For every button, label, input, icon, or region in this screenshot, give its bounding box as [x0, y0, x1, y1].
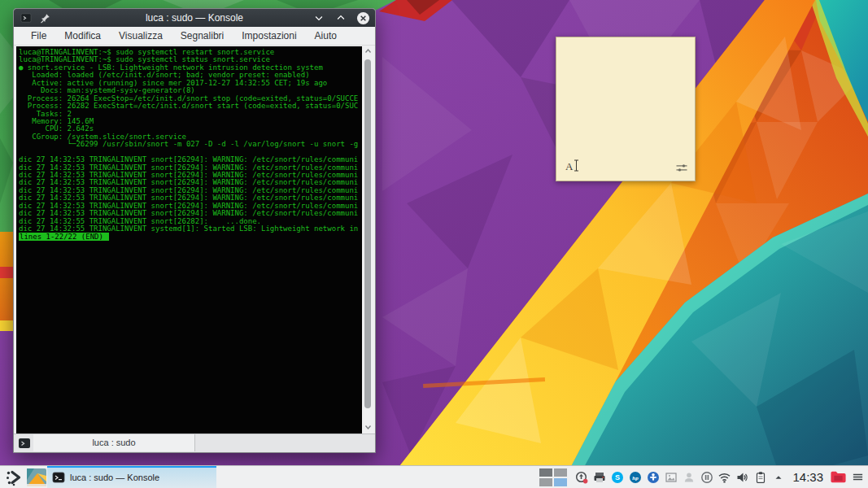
clipboard-icon[interactable] [753, 470, 767, 484]
pager-desktop-3[interactable] [539, 478, 552, 486]
text-cursor [574, 159, 579, 172]
note-text[interactable]: A [565, 161, 573, 172]
tab-title: luca : sudo [92, 438, 135, 447]
konsole-window: luca : sudo — Konsole FileModificaVisual… [13, 8, 376, 453]
media-pause-icon[interactable] [700, 470, 713, 484]
red-folder-icon[interactable] [829, 470, 847, 484]
scroll-down-arrow[interactable] [363, 425, 373, 433]
menu-item-segnalibri[interactable]: Segnalibri [172, 27, 233, 45]
note-settings-icon[interactable] [676, 163, 687, 172]
desktop: luca : sudo — Konsole FileModificaVisual… [0, 0, 868, 488]
close-button[interactable] [355, 11, 370, 25]
skype-icon[interactable]: S [610, 470, 624, 484]
pager-desktop-1[interactable] [539, 468, 552, 477]
pager-desktop-4[interactable] [554, 478, 567, 486]
taskbar-task-konsole[interactable]: luca : sudo — Konsole [47, 466, 216, 488]
wifi-icon[interactable] [718, 470, 731, 484]
svg-text:hp: hp [632, 474, 639, 481]
window-titlebar[interactable]: luca : sudo — Konsole [14, 9, 375, 27]
minimize-button[interactable] [312, 11, 326, 25]
clock[interactable]: 14:33 [792, 470, 823, 484]
menu-item-modifica[interactable]: Modifica [55, 27, 110, 45]
menu-bar: FileModificaVisualizzaSegnalibriImpostaz… [14, 27, 375, 46]
menu-item-impostazioni[interactable]: Impostazioni [233, 27, 305, 45]
terminal-area: luca@TRINGALINVENT:~$ sudo systemctl res… [15, 46, 373, 434]
window-menu-icon[interactable] [20, 11, 33, 24]
user-idle-icon[interactable] [682, 470, 696, 484]
pin-icon[interactable] [38, 11, 51, 24]
image-viewer-icon[interactable] [664, 470, 678, 484]
expand-tray-icon[interactable] [771, 470, 785, 484]
new-tab-button[interactable] [18, 437, 31, 450]
pager-desktop-2[interactable] [554, 468, 567, 477]
terminal-line: └─26299 /usr/sbin/snort -m 027 -D -d -l … [19, 141, 362, 148]
tab-bar: luca : sudo [14, 434, 375, 452]
panel-menu-icon[interactable] [851, 470, 865, 484]
scroll-up-arrow[interactable] [363, 48, 373, 56]
menu-item-file[interactable]: File [22, 27, 55, 45]
task-label: luca : sudo — Konsole [70, 473, 159, 482]
sticky-note[interactable]: A [556, 37, 696, 181]
konsole-icon [52, 471, 65, 484]
scrollbar-thumb[interactable] [364, 59, 371, 408]
update-notifier-icon[interactable] [574, 470, 588, 484]
pager-status-line: lines 1-22/22 (END) [19, 233, 362, 241]
teamviewer-icon[interactable] [646, 470, 660, 484]
printer-icon[interactable] [592, 470, 606, 484]
system-tray: Shp [574, 470, 785, 484]
hp-icon[interactable]: hp [628, 470, 642, 484]
taskbar: luca : sudo — Konsole Shp 14:33 [0, 465, 868, 488]
menu-item-aiuto[interactable]: Aiuto [306, 27, 346, 45]
volume-icon[interactable] [735, 470, 749, 484]
virtual-desktop-pager[interactable] [539, 468, 567, 486]
svg-text:S: S [615, 473, 620, 481]
folder-view-icon[interactable] [27, 468, 46, 486]
maximize-button[interactable] [334, 11, 348, 25]
menu-item-visualizza[interactable]: Visualizza [110, 27, 172, 45]
scrollbar[interactable] [363, 46, 373, 434]
application-launcher-icon[interactable] [5, 468, 23, 486]
tab-luca-sudo[interactable]: luca : sudo [33, 434, 195, 451]
terminal-output[interactable]: luca@TRINGALINVENT:~$ sudo systemctl res… [16, 46, 362, 434]
